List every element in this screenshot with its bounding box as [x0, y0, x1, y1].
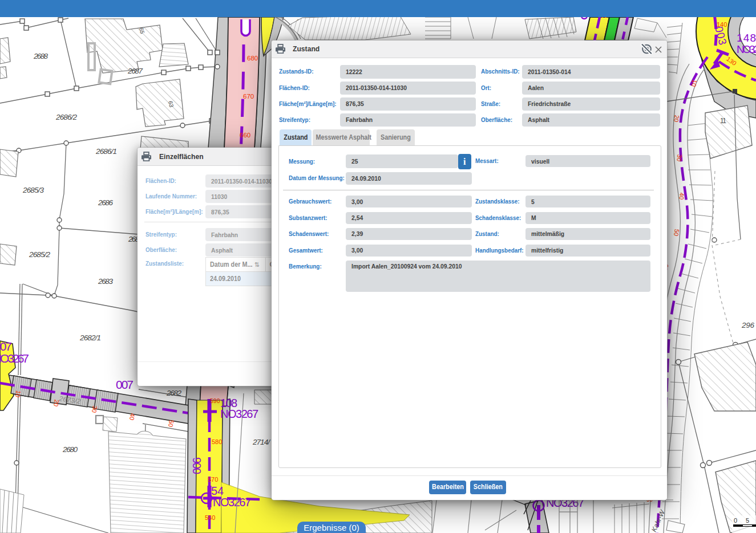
svg-text:148: 148 [737, 32, 756, 44]
svg-text:2686: 2686 [98, 198, 113, 207]
svg-text:007: 007 [0, 340, 12, 353]
svg-text:296: 296 [741, 321, 754, 329]
svg-text:2688: 2688 [33, 52, 48, 60]
svg-text:560: 560 [205, 514, 215, 521]
svg-text:20: 20 [673, 115, 681, 123]
svg-text:2685/2: 2685/2 [29, 250, 50, 259]
svg-text:2682: 2682 [166, 389, 181, 397]
svg-text:570: 570 [208, 476, 218, 483]
svg-text:2682/1: 2682/1 [79, 333, 101, 342]
svg-text:2683: 2683 [98, 277, 113, 286]
svg-text:2714/: 2714/ [252, 438, 270, 446]
svg-text:50: 50 [167, 420, 175, 428]
svg-text:30: 30 [91, 405, 99, 413]
svg-text:590: 590 [210, 397, 220, 404]
svg-text:2686/2: 2686/2 [55, 113, 77, 121]
svg-text:54: 54 [211, 485, 224, 497]
svg-text:11: 11 [720, 117, 726, 125]
svg-text:40: 40 [678, 192, 685, 200]
svg-text:2687: 2687 [127, 67, 143, 75]
svg-text:140: 140 [717, 21, 727, 28]
svg-text:30: 30 [676, 154, 683, 161]
svg-text:2686/1: 2686/1 [95, 147, 117, 156]
svg-text:007: 007 [116, 378, 134, 391]
svg-text:40: 40 [128, 413, 136, 421]
svg-text:50: 50 [673, 229, 681, 237]
svg-text:NO3267: NO3267 [0, 352, 29, 365]
svg-text:580: 580 [212, 438, 222, 445]
svg-text:NO32: NO32 [737, 43, 756, 55]
svg-text:10: 10 [690, 79, 698, 87]
svg-text:660: 660 [240, 132, 250, 139]
svg-text:10: 10 [14, 390, 22, 398]
svg-text:006: 006 [191, 457, 203, 474]
svg-text:680: 680 [247, 55, 258, 62]
svg-text:2680: 2680 [62, 445, 78, 454]
svg-text:NO3267: NO3267 [220, 408, 258, 420]
svg-text:2685/3: 2685/3 [22, 186, 44, 194]
svg-text:NO3267: NO3267 [213, 496, 251, 508]
svg-text:670: 670 [243, 93, 254, 100]
